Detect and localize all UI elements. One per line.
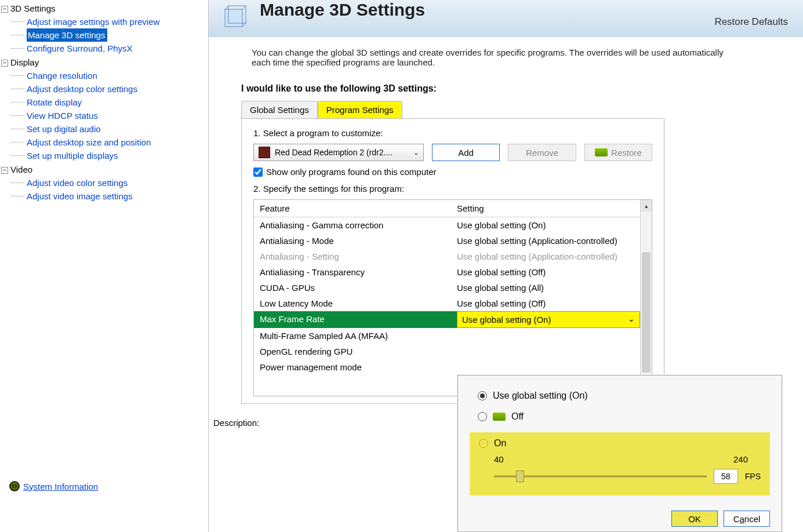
radio-icon	[478, 412, 487, 421]
feature-cell: Low Latency Mode	[260, 298, 457, 308]
setting-cell: Use global setting (Application-controll…	[457, 252, 634, 261]
info-icon: ⓘ	[9, 481, 20, 491]
slider-max-label: 240	[733, 454, 748, 464]
show-only-checkbox[interactable]: Show only programs found on this compute…	[253, 167, 652, 177]
tab-global-settings[interactable]: Global Settings	[241, 101, 318, 118]
nvidia-icon	[595, 148, 608, 156]
feature-cell: Antialiasing - Gamma correction	[260, 220, 457, 230]
feature-cell: Antialiasing - Mode	[260, 236, 457, 246]
tree-item[interactable]: Adjust image settings with preview	[1, 15, 205, 28]
tree-item[interactable]: Adjust video color settings	[1, 176, 205, 190]
tree-item[interactable]: Change resolution	[1, 69, 205, 82]
feature-cell: Power management mode	[260, 362, 457, 372]
feature-cell: CUDA - GPUs	[260, 283, 457, 293]
max-frame-rate-popup: Use global setting (On) Off On 40 240	[457, 375, 782, 532]
feature-cell: OpenGL rendering GPU	[260, 347, 457, 356]
setting-cell: Use global setting (Off)	[457, 298, 634, 308]
tree-group-label[interactable]: 3D Settings	[10, 3, 56, 13]
section-label: I would like to use the following 3D set…	[209, 73, 803, 101]
fps-input[interactable]	[714, 469, 738, 484]
table-row[interactable]: Antialiasing - SettingUse global setting…	[254, 249, 640, 264]
fps-slider[interactable]	[494, 475, 707, 478]
setting-cell	[457, 362, 634, 372]
col-feature-header[interactable]: Feature	[260, 203, 457, 213]
feature-table: Feature Setting Antialiasing - Gamma cor…	[254, 200, 640, 396]
table-row[interactable]: Power management mode	[254, 359, 640, 375]
step2-label: 2. Specify the settings for this program…	[253, 184, 652, 194]
program-icon	[259, 147, 270, 158]
step1-label: 1. Select a program to customize:	[253, 128, 652, 138]
table-row[interactable]: Antialiasing - Gamma correctionUse globa…	[254, 217, 640, 233]
header-3d-icon	[221, 3, 249, 31]
tree-item-selected[interactable]: Manage 3D settings	[27, 28, 107, 42]
feature-cell: Antialiasing - Transparency	[260, 267, 457, 277]
option-use-global[interactable]: Use global setting (On)	[470, 391, 770, 401]
content-pane: Manage 3D Settings Restore Defaults You …	[209, 0, 803, 532]
program-select[interactable]: Red Dead Redemption 2 (rdr2.... ⌄	[253, 144, 424, 161]
restore-defaults-link[interactable]: Restore Defaults	[714, 16, 788, 28]
setting-cell	[457, 347, 634, 356]
page-header: Manage 3D Settings Restore Defaults	[209, 0, 803, 37]
tree-group-label[interactable]: Display	[10, 57, 39, 67]
table-row[interactable]: CUDA - GPUsUse global setting (All)	[254, 280, 640, 296]
cancel-button[interactable]: Cancel	[724, 511, 770, 527]
table-row[interactable]: Antialiasing - ModeUse global setting (A…	[254, 233, 640, 249]
tree-expand-icon[interactable]: −	[1, 60, 8, 67]
feature-cell: Antialiasing - Setting	[260, 252, 457, 261]
tree-expand-icon[interactable]: −	[1, 167, 8, 174]
nvidia-icon	[493, 413, 506, 421]
restore-button: Restore	[584, 144, 652, 161]
table-row[interactable]: OpenGL rendering GPU	[254, 344, 640, 359]
col-setting-header[interactable]: Setting	[457, 203, 634, 213]
feature-cell: Max Frame Rate	[254, 311, 457, 328]
intro-text: You can change the global 3D settings an…	[209, 37, 742, 73]
ok-button[interactable]: OK	[671, 511, 718, 527]
table-row[interactable]: Antialiasing - TransparencyUse global se…	[254, 264, 640, 280]
radio-icon	[478, 391, 487, 400]
slider-min-label: 40	[494, 454, 504, 464]
tree-item[interactable]: Rotate display	[1, 96, 205, 109]
feature-cell: Multi-Frame Sampled AA (MFAA)	[260, 331, 457, 341]
tree-item[interactable]: Adjust desktop color settings	[1, 82, 205, 96]
tab-program-settings[interactable]: Program Settings	[318, 101, 402, 118]
chevron-down-icon: ⌄	[413, 149, 419, 156]
setting-dropdown[interactable]: Use global setting (On)	[457, 311, 640, 328]
tree-item[interactable]: Adjust desktop size and position	[1, 136, 205, 149]
radio-icon	[479, 439, 488, 448]
svg-line-4	[242, 23, 246, 27]
add-button[interactable]: Add	[432, 144, 500, 161]
setting-cell: Use global setting (Off)	[457, 267, 634, 277]
tree-expand-icon[interactable]: −	[1, 6, 8, 13]
tree-item[interactable]: Set up multiple displays	[1, 149, 205, 162]
tree-item[interactable]: View HDCP status	[1, 109, 205, 122]
svg-rect-0	[225, 9, 242, 27]
remove-button: Remove	[508, 144, 576, 161]
system-information-link[interactable]: ⓘ System Information	[9, 481, 98, 491]
table-row[interactable]: Multi-Frame Sampled AA (MFAA)	[254, 328, 640, 344]
program-settings-panel: 1. Select a program to customize: Red De…	[241, 118, 664, 404]
setting-cell	[457, 331, 634, 341]
option-on[interactable]: On	[479, 438, 761, 449]
tree-item[interactable]: Adjust video image settings	[1, 190, 205, 203]
option-off[interactable]: Off	[470, 411, 770, 422]
tree-item[interactable]: Configure Surround, PhysX	[1, 42, 205, 55]
scroll-thumb[interactable]	[642, 252, 651, 373]
setting-cell: Use global setting (Application-controll…	[457, 236, 634, 246]
page-title: Manage 3D Settings	[260, 0, 425, 20]
nav-sidebar: −3D SettingsAdjust image settings with p…	[0, 0, 209, 532]
scroll-up-icon[interactable]: ▴	[641, 200, 652, 212]
tree-item[interactable]: Set up digital audio	[1, 122, 205, 136]
setting-cell: Use global setting (All)	[457, 283, 634, 293]
table-row[interactable]: Max Frame RateUse global setting (On)	[254, 311, 640, 328]
setting-cell: Use global setting (On)	[457, 220, 634, 230]
show-only-checkbox-input[interactable]	[253, 167, 263, 177]
program-name: Red Dead Redemption 2 (rdr2....	[275, 148, 393, 157]
slider-thumb[interactable]	[516, 471, 524, 482]
svg-line-2	[225, 6, 228, 9]
table-row[interactable]: Low Latency ModeUse global setting (Off)	[254, 296, 640, 311]
option-on-block: On 40 240 FPS	[470, 432, 770, 495]
svg-line-3	[242, 6, 246, 9]
tree-group-label[interactable]: Video	[10, 165, 32, 174]
table-scrollbar[interactable]: ▴ ▾	[640, 200, 652, 396]
fps-unit-label: FPS	[745, 472, 761, 481]
